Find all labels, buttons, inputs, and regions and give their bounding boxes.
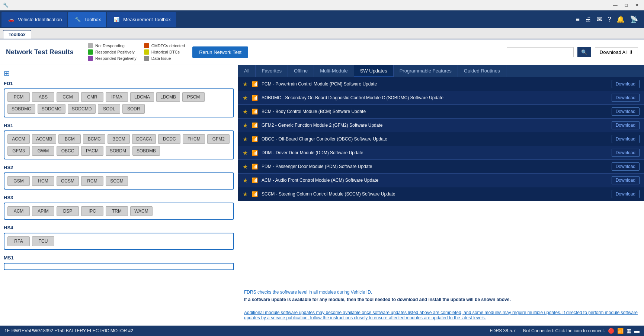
module-btn-GFM2[interactable]: GFM2	[207, 134, 230, 144]
download-all-label: Download All	[600, 49, 628, 55]
sw-row: ★ 📶 GFM2 - Generic Function Module 2 (GF…	[238, 119, 644, 132]
module-btn-SODL[interactable]: SODL	[98, 104, 120, 114]
sw-download-btn[interactable]: Download	[612, 135, 640, 143]
star-icon[interactable]: ★	[243, 177, 248, 184]
close-btn[interactable]: ✕	[633, 2, 641, 9]
module-btn-FHCM[interactable]: FHCM	[183, 134, 205, 144]
star-icon[interactable]: ★	[243, 136, 248, 143]
star-icon[interactable]: ★	[243, 149, 248, 156]
star-icon[interactable]: ★	[243, 108, 248, 115]
module-btn-GWM[interactable]: GWM	[32, 146, 54, 156]
network-header: Network Test Results Not Responding Resp…	[0, 39, 644, 65]
filter-tab-offline[interactable]: Offline	[288, 65, 314, 77]
bell-icon[interactable]: 🔔	[615, 14, 626, 24]
module-btn-PACM[interactable]: PACM	[81, 146, 103, 156]
bar-chart-icon: 📶	[251, 191, 258, 197]
connection-icon-2[interactable]: 📶	[617, 328, 624, 334]
sw-row: ★ 📶 OBCC - Off-Board Charger Controller …	[238, 132, 644, 146]
filter-tab-sw-updates[interactable]: SW Updates	[354, 65, 394, 77]
maximize-btn[interactable]: □	[623, 2, 630, 9]
sw-row: ★ 📶 BCM - Body Control Module (BCM) Soft…	[238, 105, 644, 119]
module-btn-BCMC[interactable]: BCMC	[83, 134, 105, 144]
module-btn-CCM[interactable]: CCM	[57, 92, 79, 102]
module-btn-TRM[interactable]: TRM	[106, 206, 128, 216]
info-link[interactable]: Additional module software updates may b…	[244, 310, 638, 320]
module-btn-BECM[interactable]: BECM	[108, 134, 130, 144]
grid-view-icon[interactable]: ⊞	[4, 69, 234, 78]
star-icon[interactable]: ★	[243, 163, 248, 170]
sw-module-name: DDM - Driver Door Module (DDM) Software …	[262, 150, 608, 155]
module-btn-SODR[interactable]: SODR	[122, 104, 145, 114]
download-all-btn[interactable]: Download All ⬇	[595, 47, 638, 57]
menu-icon[interactable]: ≡	[574, 15, 581, 24]
sw-download-btn[interactable]: Download	[612, 94, 640, 102]
module-btn-SOBDMB[interactable]: SOBDMB	[132, 146, 160, 156]
filter-tab-favorites[interactable]: Favorites	[256, 65, 288, 77]
help-icon[interactable]: ?	[606, 15, 613, 24]
sw-download-btn[interactable]: Download	[612, 121, 640, 129]
network-test-title: Network Test Results	[6, 48, 80, 56]
tab-measurement-toolbox[interactable]: 📊 Measurement Toolbox	[107, 12, 176, 27]
module-btn-TCU[interactable]: TCU	[32, 236, 54, 246]
module-btn-WACM[interactable]: WACM	[130, 206, 153, 216]
signal-icon[interactable]: 📡	[628, 14, 640, 24]
tab-toolbox[interactable]: 🔧 Toolbox	[68, 12, 106, 27]
module-btn-CMR[interactable]: CMR	[81, 92, 103, 102]
module-btn-RCM[interactable]: RCM	[81, 176, 103, 186]
module-btn-GFM3[interactable]: GFM3	[7, 146, 30, 156]
module-btn-IPC[interactable]: IPC	[81, 206, 103, 216]
module-btn-DCACA[interactable]: DCACA	[132, 134, 156, 144]
mail-icon[interactable]: ✉	[595, 14, 604, 24]
module-btn-BCM[interactable]: BCM	[58, 134, 81, 144]
legend-responded-neg: Responded Negatively	[88, 56, 137, 61]
module-btn-GSM[interactable]: GSM	[7, 176, 30, 186]
module-btn-LDCMA[interactable]: LDCMA	[130, 92, 154, 102]
tab-vehicle-id[interactable]: 🚗 Vehicle Identification	[1, 12, 67, 27]
filter-tab-multi-module[interactable]: Multi-Module	[314, 65, 354, 77]
module-btn-ACM[interactable]: ACM	[7, 206, 30, 216]
filter-tab-guided-routines[interactable]: Guided Routines	[458, 65, 506, 77]
module-btn-OCSM[interactable]: OCSM	[57, 176, 79, 186]
search-input[interactable]	[507, 47, 574, 57]
dot-cmdtcs	[144, 43, 149, 48]
sw-download-btn[interactable]: Download	[612, 162, 640, 171]
star-icon[interactable]: ★	[243, 122, 248, 129]
module-btn-SOBDMC[interactable]: SOBDMC	[7, 104, 35, 114]
star-icon[interactable]: ★	[243, 191, 248, 198]
connection-icon-1[interactable]: 🔴	[608, 328, 614, 334]
module-btn-RFA[interactable]: RFA	[7, 236, 30, 246]
module-btn-PCM[interactable]: PCM	[7, 92, 30, 102]
module-btn-PSCM[interactable]: PSCM	[182, 92, 205, 102]
connection-icon-3[interactable]: ▦	[627, 328, 631, 334]
module-btn-LDCMB[interactable]: LDCMB	[156, 92, 180, 102]
sw-download-btn[interactable]: Download	[612, 176, 640, 184]
rerun-network-test-btn[interactable]: Rerun Network Test	[192, 46, 248, 58]
sw-download-btn[interactable]: Download	[612, 80, 640, 88]
module-btn-SCCM[interactable]: SCCM	[106, 176, 128, 186]
module-btn-ABS[interactable]: ABS	[32, 92, 54, 102]
module-btn-OBCC[interactable]: OBCC	[57, 146, 79, 156]
sw-download-btn[interactable]: Download	[612, 149, 640, 157]
star-icon[interactable]: ★	[243, 81, 248, 88]
toolbox-tab[interactable]: Toolbox	[3, 30, 31, 39]
module-btn-SODCMC[interactable]: SODCMC	[38, 104, 65, 114]
module-btn-SOBDM[interactable]: SOBDM	[106, 146, 130, 156]
module-btn-IPMA[interactable]: IPMA	[106, 92, 128, 102]
filter-tab-programmable-features[interactable]: Programmable Features	[394, 65, 458, 77]
module-btn-HCM[interactable]: HCM	[32, 176, 54, 186]
module-btn-SODCMD[interactable]: SODCMD	[68, 104, 96, 114]
module-btn-DSP[interactable]: DSP	[57, 206, 79, 216]
connection-icon-4[interactable]: ▬	[634, 328, 640, 334]
section-label-HS2: HS2	[4, 165, 234, 170]
module-btn-APIM[interactable]: APIM	[32, 206, 54, 216]
module-btn-DCDC[interactable]: DCDC	[158, 134, 180, 144]
module-btn-ACCMB[interactable]: ACCMB	[32, 134, 56, 144]
module-btn-ACCM[interactable]: ACCM	[7, 134, 30, 144]
filter-tab-all[interactable]: All	[238, 65, 256, 77]
print-icon[interactable]: 🖨	[583, 15, 593, 24]
sw-download-btn[interactable]: Download	[612, 190, 640, 198]
star-icon[interactable]: ★	[243, 94, 248, 101]
sw-download-btn[interactable]: Download	[612, 107, 640, 116]
minimize-btn[interactable]: —	[611, 2, 620, 9]
search-btn[interactable]: 🔍	[577, 47, 591, 57]
